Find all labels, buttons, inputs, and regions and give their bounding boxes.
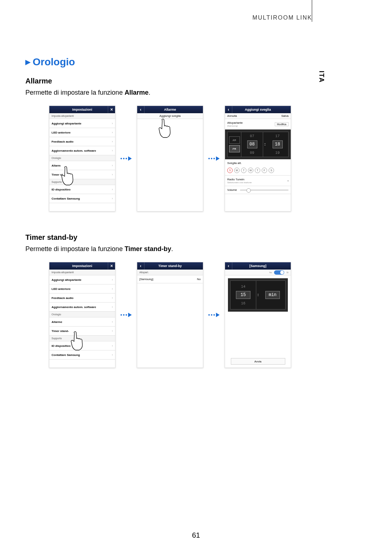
day-thu[interactable]: T [255,168,260,173]
header-breadcrumb: MULTIROOM LINK [252,15,312,21]
subheading-alarm: Allarme [25,77,316,85]
flow-arrow-icon [121,313,132,317]
start-button[interactable]: Avvia [231,358,285,365]
timer-value[interactable]: 15 [236,291,250,299]
minute-picker[interactable]: 14 15 16 : min [228,278,288,312]
chevron-right-icon: › [112,329,113,333]
speaker-label: Altoparlante [227,121,243,124]
chevron-right-icon: › [112,287,113,291]
switch-no-label: No [269,271,272,274]
save-button[interactable]: Salva [281,114,289,118]
timer-speaker-row[interactable]: [Samsung] No [137,275,203,283]
switch-si-label: Sì [286,271,289,274]
body-timer: Permette di impostare la funzione Timer … [25,245,316,253]
screenshot-alarm-list: ‹ Allarme Aggiungi sveglia [137,106,203,212]
chevron-right-icon: › [112,188,113,191]
chevron-right-icon: › [112,164,113,167]
section-label: Supporto [49,336,115,341]
volume-row[interactable]: Volume [225,186,291,194]
chevron-right-icon: › [112,131,113,134]
chevron-right-icon: › [112,197,113,200]
list-item-alarm[interactable]: Allarm› [49,161,115,170]
pm-option[interactable]: PM [229,145,240,152]
flow-arrow-icon [208,313,220,317]
day-sun[interactable]: S [227,168,233,173]
list-item-led[interactable]: LED anteriore› [49,284,115,294]
add-alarm-label[interactable]: Aggiungi sveglia [159,114,180,118]
list-item-software-update[interactable]: Aggiornamento autom. software› [49,303,115,312]
cancel-button[interactable]: Annulla [227,114,237,118]
page-number: 61 [192,531,200,539]
screen-title: Allarme [164,108,176,111]
chevron-right-icon: › [112,140,113,143]
chevron-right-icon: › [112,344,113,348]
day-tue[interactable]: T [241,168,246,173]
list-item-add-speaker[interactable]: Aggiungi altoparlante› [49,119,115,128]
timer-unit: min [265,291,280,299]
hour-value[interactable]: 08 [247,140,257,148]
day-fri[interactable]: F [262,168,267,173]
chevron-right-icon: › [287,179,289,182]
screenshot-settings-alarm: Impostazioni × Imposta altoparlanti Aggi… [49,106,115,212]
list-item-led[interactable]: LED anteriore› [49,128,115,137]
subheading-timer: Timer stand-by [25,233,316,242]
back-icon[interactable]: ‹ [225,262,232,270]
body-alarm: Permette di impostare la funzione Allarm… [25,89,316,97]
day-wed[interactable]: W [248,168,253,173]
am-option[interactable]: AM [229,136,240,144]
section-title-text: Orologio [33,56,75,68]
list-item-contact[interactable]: Contattare Samsung› [49,194,115,203]
list-item-add-speaker[interactable]: Aggiungi altoparlante› [49,275,115,284]
close-icon[interactable]: × [108,262,115,270]
flow-arrow-icon [121,156,132,161]
chevron-right-icon: › [112,278,113,282]
list-item-feedback[interactable]: Feedback audio› [49,294,115,303]
triangle-bullet-icon: ▶ [25,58,30,66]
day-mon[interactable]: M [234,168,240,173]
screen-title: [Samsung] [249,264,266,268]
flow-arrow-icon [208,156,220,161]
screenshot-add-alarm: ‹ Aggiungi sveglia Annulla Salva Altopar… [225,106,291,212]
alarm-flow-row: Impostazioni × Imposta altoparlanti Aggi… [49,106,316,212]
back-icon[interactable]: ‹ [137,106,144,113]
day-selector[interactable]: S M T W T F S [225,165,291,176]
screen-title: Impostazioni [72,108,92,111]
repeat-label: Sveglia att. [227,161,242,165]
chevron-right-icon: › [112,122,113,125]
list-item-software-update[interactable]: Aggiornamento autom. software› [49,146,115,155]
section-label: Supporto [49,179,115,185]
volume-slider[interactable] [240,189,289,191]
screenshot-timer-list: ‹ Timer stand-by Altoparl. [Samsung] No [137,262,203,368]
day-sat[interactable]: S [269,168,274,173]
minute-value[interactable]: 18 [273,140,283,148]
close-icon[interactable]: × [108,106,115,113]
list-item-timer[interactable]: Timer stand-› [49,327,115,336]
section-label: Imposta altoparlanti [49,270,115,275]
chevron-right-icon: › [112,320,113,324]
section-label: Orologio [49,155,115,161]
screen-title: Impostazioni [72,264,92,268]
list-item-timer[interactable]: Timer st› [49,170,115,179]
list-item-feedback[interactable]: Feedback audio› [49,137,115,146]
chevron-right-icon: › [112,149,113,152]
language-tab: ITA [318,71,325,83]
list-item-alarm[interactable]: Allarme› [49,317,115,327]
radio-row[interactable]: Radio Tunein Selezionare una stazione › [225,176,291,186]
timer-flow-row: Impostazioni × Imposta altoparlanti Aggi… [49,262,316,368]
list-item-device-id[interactable]: ID dispositivo› [49,341,115,350]
tap-hand-icon [157,119,175,140]
list-item-contact[interactable]: Contattare Samsung› [49,350,115,360]
back-icon[interactable]: ‹ [225,106,232,113]
chevron-right-icon: › [112,353,113,357]
enable-toggle[interactable] [274,270,284,275]
section-title: ▶ Orologio [25,56,316,68]
screen-title: Timer stand-by [158,264,181,268]
time-picker[interactable]: AM PM 07 08 09 : 17 18 19 [225,130,291,159]
back-icon[interactable]: ‹ [137,262,144,270]
list-item-device-id[interactable]: ID dispositivo› [49,185,115,194]
section-label: Orologio [49,312,115,317]
edit-button[interactable]: Modifica [275,122,289,126]
speaker-value: [Samsung] [227,125,243,127]
section-label: Altoparl. [137,270,203,275]
chevron-right-icon: › [112,296,113,300]
